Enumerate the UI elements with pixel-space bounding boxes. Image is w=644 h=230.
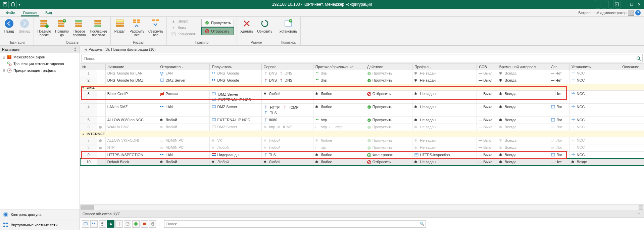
svg-point-108 [367, 139, 371, 142]
move-down-button: ▼Вниз [169, 25, 199, 31]
svg-rect-90 [212, 105, 215, 108]
svg-rect-88 [160, 106, 161, 107]
delete-button[interactable]: Удалить [238, 17, 255, 34]
table-row[interactable]: 1 DNS_Google for LAN LAN DNS_Google DNS … [80, 70, 644, 77]
allow-toggle[interactable]: Пропустить [201, 19, 234, 27]
close-button[interactable]: ✕ [636, 1, 642, 7]
col-profile[interactable]: Профиль [412, 64, 477, 70]
obj-filter-3[interactable] [99, 220, 106, 228]
svg-point-6 [5, 19, 13, 28]
col-sender[interactable]: Отправитель [158, 64, 210, 70]
col-install[interactable]: Установить [569, 64, 620, 70]
tab-file[interactable]: Файл [2, 9, 19, 16]
qat-save-icon[interactable] [1, 1, 9, 8]
col-receiver[interactable]: Получатель [210, 64, 261, 70]
breadcrumb-back-icon[interactable]: ◄ [83, 47, 89, 51]
svg-rect-111 [162, 154, 163, 155]
table-row[interactable]: 4 LAN to DMZ LAN DMZ Server HTTP ICMPTLS… [80, 104, 644, 117]
drop-toggle[interactable]: Отбросить [201, 27, 234, 35]
search-input[interactable] [82, 56, 635, 60]
rule-after-button[interactable]: +Правило после [35, 17, 53, 38]
search-icon[interactable]: 🔍 [419, 222, 426, 226]
svg-rect-124 [84, 223, 87, 225]
table-row[interactable]: 6 WAN to DMZ ✱Любой DMZ Server ✱http ✱IC… [80, 124, 644, 131]
h-scrollbar[interactable] [80, 204, 644, 210]
obj-filter-9[interactable] [149, 220, 156, 228]
pin-icon[interactable] [73, 47, 78, 52]
obj-filter-4[interactable]: A [107, 220, 114, 228]
refresh-button[interactable]: Обновить [255, 17, 274, 34]
maximize-button[interactable] [629, 1, 635, 7]
col-num[interactable]: № [80, 64, 106, 70]
svg-rect-24 [116, 20, 123, 22]
obj-filter-2[interactable] [90, 220, 98, 228]
svg-point-81 [367, 79, 371, 82]
obj-filter-1[interactable] [82, 220, 89, 228]
svg-point-132 [134, 222, 138, 226]
search-icon[interactable] [635, 56, 642, 61]
titlebar: ▾ 192.168.10.100 - Континент. Менеджер к… [0, 0, 644, 9]
objlist-search[interactable] [164, 222, 419, 226]
svg-line-46 [9, 63, 10, 64]
help-icon[interactable]: ? [635, 10, 641, 15]
svg-point-118 [368, 154, 370, 156]
obj-filter-8[interactable] [141, 220, 148, 228]
pin-icon[interactable] [637, 212, 641, 216]
svg-rect-52 [6, 223, 8, 224]
obj-filter-7[interactable] [132, 220, 140, 228]
svg-rect-31 [152, 19, 155, 21]
collapse-all-button[interactable]: Свернуть все [146, 17, 165, 38]
svg-rect-8 [41, 20, 47, 21]
window-title: 192.168.10.100 - Континент. Менеджер кон… [272, 2, 372, 7]
bottom-tab-vpn[interactable]: Виртуальные частные сети [0, 220, 80, 230]
col-proto[interactable]: Протокол/приложение [313, 64, 365, 70]
svg-rect-23 [95, 26, 101, 27]
rule-last-button[interactable]: Последнее правило [88, 17, 109, 38]
svg-rect-5 [630, 3, 633, 6]
svg-rect-113 [212, 154, 216, 155]
col-service[interactable]: Сервис [261, 64, 313, 70]
tree-qos[interactable]: ⊞Приоритизация трафика [0, 67, 80, 74]
svg-rect-32 [156, 19, 159, 21]
svg-rect-15 [58, 26, 64, 27]
expand-all-button[interactable]: Раскрыть все [128, 17, 146, 38]
col-cob[interactable]: СОВ [477, 64, 497, 70]
section-button[interactable]: Раздел [112, 17, 128, 34]
svg-rect-1 [4, 3, 5, 4]
group-internet[interactable]: INTERNET [80, 131, 644, 137]
minimize-button[interactable]: — [621, 1, 627, 7]
col-desc[interactable]: Описание [620, 64, 644, 70]
obj-filter-6[interactable] [124, 220, 131, 228]
rule-before-button[interactable]: +Правило до [53, 17, 71, 38]
object-list-panel: Список объектов ЦУС A | 🔍 [80, 210, 644, 230]
tree-firewall[interactable]: ⊞Межсетевой экран [0, 54, 80, 60]
svg-rect-53 [3, 226, 5, 227]
svg-rect-59 [160, 72, 161, 74]
group-dmz[interactable]: DMZ [80, 84, 644, 91]
nav-back-button[interactable]: Назад [1, 17, 17, 34]
bottom-tab-access[interactable]: Контроль доступа [0, 209, 80, 220]
install-button[interactable]: +Установить [278, 17, 299, 34]
table-row[interactable]: 10 Default Block ✱Любой ✱Любой ✱Любой ✱Л… [80, 158, 644, 166]
tab-view[interactable]: Вид [41, 9, 56, 16]
tab-main[interactable]: Главная [19, 9, 41, 16]
col-time[interactable]: Временной интервал [497, 64, 549, 70]
avatar[interactable] [628, 10, 634, 16]
col-name[interactable]: Название [105, 64, 158, 70]
svg-rect-26 [116, 25, 123, 27]
table-row[interactable]: 2 DNS_Google for DMZ DMZ Server DNS_Goog… [80, 77, 644, 84]
breadcrumb: ◄Разделы (3), Правила фильтрации (10) [80, 46, 644, 53]
svg-line-48 [9, 70, 11, 71]
table-row[interactable]: 3 Block GeoIP Россия DMZ ServerEXTERNAL … [80, 91, 644, 104]
table-row[interactable]: 9 HTTPS-INSPECTION LAN Нидерланды TLS ✱Л… [80, 151, 644, 158]
obj-filter-5[interactable] [115, 220, 123, 228]
col-action[interactable]: Действие [365, 64, 412, 70]
rule-first-button[interactable]: Первое правило [71, 17, 88, 38]
col-log[interactable]: Лог [549, 64, 569, 70]
qat-paste-icon[interactable] [9, 1, 17, 8]
table-row[interactable]: 5 ALLOW 8080 on NCC ✱Любой EXTERNAL IP N… [80, 117, 644, 124]
tree-nat[interactable]: Трансляция сетевых адресов [0, 60, 80, 67]
table-row[interactable]: 8 NTP ▭ADMIN PC ✱Любой ✱Любой ▪ntp Пропу… [80, 144, 644, 151]
table-row[interactable]: 7 ALLOW VK(FQDN) ▭ADMIN PC ◉VK ✱Любой ✱Л… [80, 137, 644, 144]
nav-header: Навигация [2, 47, 20, 51]
